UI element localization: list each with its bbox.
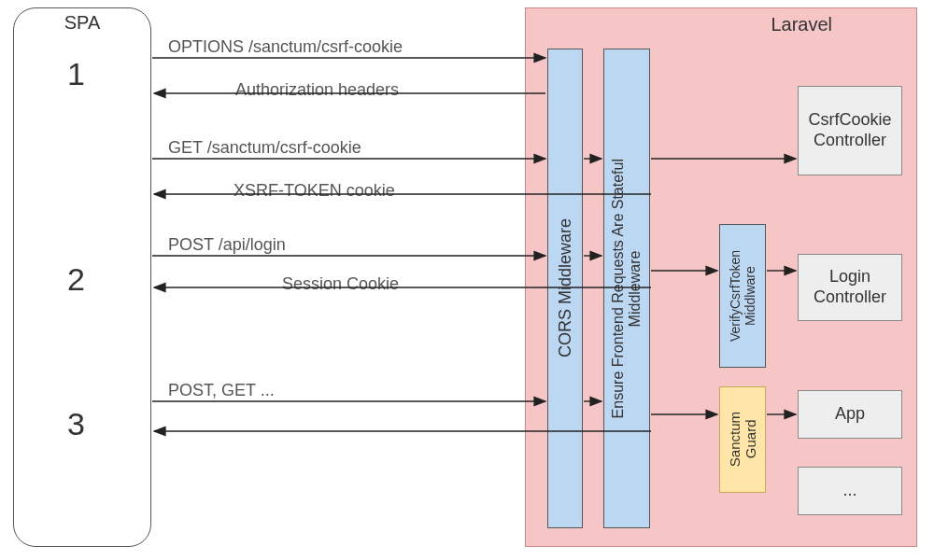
ensure-stateful-label: Ensure Frontend Requests Are Stateful Mi… — [610, 159, 644, 418]
arrow-label-xsrf-cookie: XSRF-TOKEN cookie — [234, 181, 395, 201]
sanctum-guard-label: Sanctum Guard — [727, 412, 759, 467]
login-controller: Login Controller — [798, 254, 902, 321]
arrow-label-session-cookie: Session Cookie — [282, 274, 399, 294]
cors-middleware-box: CORS Middleware — [547, 49, 583, 528]
ellipsis-controller: ... — [798, 467, 902, 515]
arrow-label-get-csrf: GET /sanctum/csrf-cookie — [168, 138, 361, 158]
laravel-title: Laravel — [771, 14, 832, 35]
verify-csrf-box: VerifyCsrfToken Middlware — [719, 224, 766, 368]
cors-middleware-label: CORS Middleware — [556, 218, 575, 357]
arrow-label-options: OPTIONS /sanctum/csrf-cookie — [168, 37, 403, 57]
step-1: 1 — [67, 56, 85, 92]
arrow-label-post-get: POST, GET ... — [168, 381, 275, 400]
step-2: 2 — [67, 261, 85, 298]
app-controller: App — [798, 390, 902, 439]
arrow-label-auth-headers: Authorization headers — [235, 80, 399, 100]
arrow-label-post-login: POST /api/login — [168, 235, 286, 255]
verify-csrf-label: VerifyCsrfToken Middlware — [728, 250, 757, 342]
spa-title: SPA — [64, 12, 101, 34]
ensure-stateful-box: Ensure Frontend Requests Are Stateful Mi… — [603, 49, 650, 528]
sanctum-guard-box: Sanctum Guard — [719, 386, 766, 493]
step-3: 3 — [67, 406, 85, 442]
csrf-cookie-controller: CsrfCookie Controller — [798, 86, 902, 175]
